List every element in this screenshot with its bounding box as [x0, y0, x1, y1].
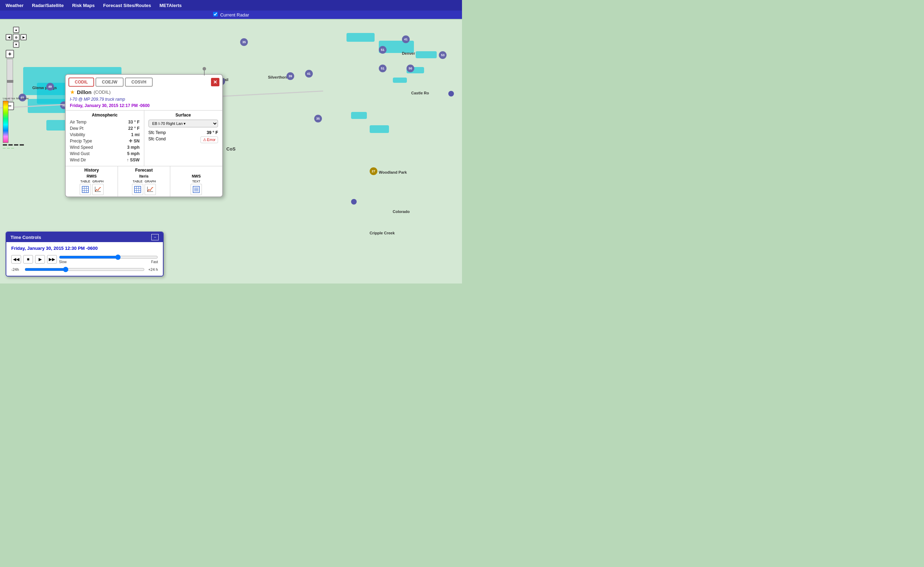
surface-lane-dropdown[interactable]: EB I-70 Right Lan ▾ [149, 120, 218, 128]
legend-snow: Snow [21, 97, 29, 100]
marker-35b[interactable]: 35 [314, 115, 322, 123]
nav-weather[interactable]: Weather [6, 3, 24, 8]
rewind-button[interactable]: ◀◀ [11, 255, 21, 264]
precip-icon: ✛ [129, 139, 132, 144]
iteris-table-button[interactable] [132, 184, 143, 195]
speed-labels: Slow Fast [59, 260, 158, 264]
marker-51b[interactable]: 51 [379, 64, 386, 72]
radar-bar: Current Radar [0, 10, 462, 19]
pan-left-button[interactable]: ◀ [6, 34, 12, 40]
atmospheric-header: Atmospheric [70, 112, 140, 117]
legend-h-mark2 [8, 144, 13, 146]
marker-35a[interactable]: 35 [240, 38, 248, 46]
speed-slider-container: Slow Fast [59, 254, 158, 264]
graph-icon [95, 186, 101, 193]
tab-codil[interactable]: CODIL [68, 78, 94, 87]
pan-down-button[interactable]: ▼ [13, 41, 19, 48]
wind-dir-row: Wind Dir ↑ SSW [70, 158, 140, 162]
time-controls-header: Time Controls − [6, 232, 163, 242]
marker-blue3[interactable] [448, 91, 454, 96]
time-min-label: -24h [11, 267, 22, 272]
rwis-table-button[interactable] [80, 184, 91, 195]
pan-right-button[interactable]: ▶ [20, 34, 27, 40]
label-denver: Denver [402, 51, 415, 56]
time-controls-body: Friday, January 30, 2015 12:30 PM -0600 … [6, 242, 163, 276]
radar-patch [351, 112, 367, 119]
sfc-cond-label: Sfc Cond [149, 136, 166, 143]
legend-liquid: Liquid [3, 97, 10, 100]
map-container[interactable]: Gypsum Vail Silverthorn Glenw prings Mar… [0, 20, 462, 284]
nav-radar-satellite[interactable]: Radar/Satellite [32, 3, 63, 8]
nav-forecast-sites[interactable]: Forecast Sites/Routes [103, 3, 151, 8]
nav-risk-maps[interactable]: Risk Maps [72, 3, 95, 8]
stop-button[interactable]: ■ [23, 255, 33, 264]
visibility-value: 1 mi [131, 132, 140, 137]
marker-49[interactable]: 49 [47, 83, 54, 90]
legend-ice: Ice [11, 97, 15, 100]
sfc-cond-row: Sfc Cond ⚠Error [149, 136, 218, 143]
table-icon-2 [134, 186, 141, 193]
radar-patch [393, 78, 407, 83]
color-legend: Liquid Ice Mix Snow — — — [3, 97, 29, 150]
forecast-header: Forecast [119, 168, 168, 172]
marker-27[interactable]: 27 [370, 167, 377, 175]
playback-controls: ◀◀ ■ ▶ ▶▶ Slow Fast [11, 254, 158, 264]
popup-close-button[interactable]: ✕ [211, 78, 219, 86]
current-radar-label[interactable]: Current Radar [213, 12, 249, 18]
history-header: History [67, 168, 116, 172]
pan-cross: ▲ ▼ ◀ ▶ ⊕ [6, 27, 27, 48]
iteris-table-label: TABLE [133, 180, 143, 183]
zoom-slider-track[interactable] [7, 59, 13, 101]
iteris-label-row: Iteris [119, 174, 168, 178]
time-controls-title: Time Controls [11, 235, 41, 240]
pan-up-button[interactable]: ▲ [13, 27, 19, 33]
nws-text-button[interactable] [191, 184, 202, 195]
weather-popup: CODIL COEJW COSVH ✕ ★ Dillon (CODIL) I-7… [65, 74, 223, 197]
nws-label: NWS [192, 174, 201, 178]
legend-gradient-bar [3, 101, 8, 143]
popup-data-section: Atmospheric Air Temp 33 ° F Dew Pt 22 ° … [66, 110, 222, 166]
label-castle-rock: Castle Ro [411, 91, 429, 95]
legend-l-mark: — [3, 146, 6, 150]
marker-50[interactable]: 50 [407, 64, 414, 72]
popup-datetime: Friday, January 30, 2015 12:17 PM -0600 [66, 102, 222, 110]
time-slider-container: -24h +24 h [11, 267, 158, 272]
popup-tabs-row: CODIL COEJW COSVH ✕ [66, 75, 222, 87]
play-button[interactable]: ▶ [35, 255, 45, 264]
time-range-slider[interactable] [25, 267, 145, 272]
label-cripple-creek: Cripple Creek [370, 231, 395, 235]
time-controls-minimize-button[interactable]: − [151, 234, 159, 240]
rwis-graph-label: GRAPH [92, 180, 104, 183]
air-temp-value: 33 ° F [128, 120, 140, 124]
rwis-label-row: RWIS [67, 174, 116, 178]
zoom-in-button[interactable]: + [6, 50, 14, 58]
speed-slider[interactable] [59, 254, 158, 260]
station-id: (CODIL) [94, 90, 111, 95]
marker-41b[interactable]: 41 [305, 70, 313, 78]
air-temp-label: Air Temp [70, 120, 86, 124]
tab-coejw[interactable]: COEJW [96, 78, 123, 87]
time-controls-panel: Time Controls − Friday, January 30, 2015… [6, 232, 164, 276]
popup-surface: Surface EB I-70 Right Lan ▾ Sfc Temp 39 … [144, 111, 222, 166]
label-woodland-park: Woodland Park [379, 170, 407, 174]
iteris-graph-button[interactable] [145, 184, 156, 195]
dew-pt-value: 22 ° F [128, 126, 140, 131]
rwis-buttons: TABLE GRAPH [67, 180, 116, 195]
current-radar-checkbox[interactable] [213, 12, 218, 16]
svg-rect-7 [134, 186, 141, 193]
popup-history-section: History RWIS TABLE [66, 166, 222, 196]
marker-41a[interactable]: 41 [402, 35, 410, 43]
visibility-row: Visibility 1 mi [70, 132, 140, 137]
legend-h-mark3 [14, 144, 18, 146]
favorite-star-icon[interactable]: ★ [70, 89, 75, 95]
rwis-graph-button[interactable] [92, 184, 104, 195]
label-colorado: Colorado [393, 210, 410, 214]
tab-cosvh[interactable]: COSVH [125, 78, 153, 87]
fast-forward-button[interactable]: ▶▶ [47, 255, 57, 264]
text-list-icon [193, 186, 200, 193]
nav-metalerts[interactable]: METAlerts [159, 3, 182, 8]
pan-center-button[interactable]: ⊕ [13, 34, 20, 41]
radar-patch [370, 125, 389, 133]
nws-label-row: NWS [172, 174, 221, 178]
popup-title-row: ★ Dillon (CODIL) [66, 87, 222, 96]
